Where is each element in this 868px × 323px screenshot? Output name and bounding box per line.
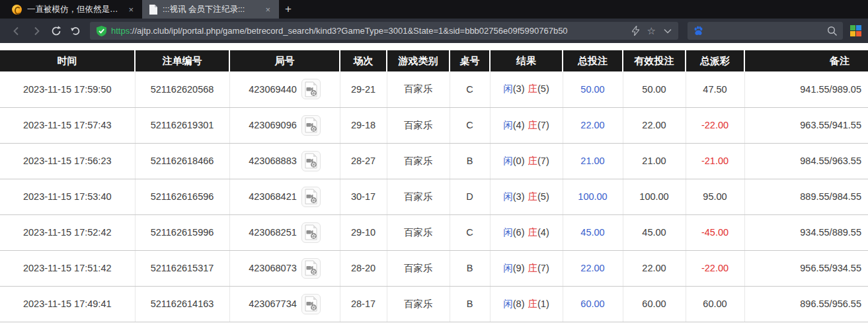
cell-table-no: D bbox=[450, 179, 490, 214]
cell-result: 闲(3)庄(5) bbox=[490, 71, 563, 107]
bet-record-table: 时间 注单编号 局号 场次 游戏类别 桌号 结果 总投注 有效投注 总派彩 备注… bbox=[0, 50, 868, 322]
col-header-remark: 备注 bbox=[744, 50, 868, 71]
player-score: (3) bbox=[513, 191, 525, 202]
table-body: 2023-11-15 17:59:50 521162620568 4230694… bbox=[0, 71, 868, 322]
banker-label: 庄 bbox=[528, 120, 538, 130]
video-replay-button[interactable] bbox=[301, 79, 321, 99]
cell-time: 2023-11-15 17:56:23 bbox=[0, 143, 135, 179]
search-input[interactable] bbox=[708, 25, 827, 36]
cell-session: 29-10 bbox=[340, 214, 387, 250]
table-row: 2023-11-15 17:59:50 521162620568 4230694… bbox=[0, 71, 868, 107]
round-number: 423068883 bbox=[249, 156, 297, 166]
bookmark-star-icon[interactable]: ☆ bbox=[647, 26, 656, 36]
undo-restore-button[interactable] bbox=[66, 22, 86, 40]
cell-round: 423067734 bbox=[229, 286, 340, 322]
cell-valid-bet: 22.00 bbox=[623, 250, 686, 286]
player-label: 闲 bbox=[503, 191, 513, 202]
cell-game-type: 百家乐 bbox=[387, 179, 450, 214]
search-icon[interactable] bbox=[827, 26, 838, 36]
banker-score: (1) bbox=[537, 299, 549, 309]
video-file-icon bbox=[304, 153, 318, 169]
cell-session: 29-21 bbox=[340, 71, 387, 107]
cell-session: 28-20 bbox=[340, 250, 387, 286]
browser-toolbar: https://ajtp.club/ipl/portal.php/game/be… bbox=[0, 19, 868, 43]
banker-score: (7) bbox=[537, 120, 549, 130]
round-number: 423069440 bbox=[249, 84, 297, 95]
video-file-icon bbox=[304, 117, 318, 133]
cell-session: 29-18 bbox=[340, 107, 387, 143]
video-file-icon bbox=[304, 224, 318, 240]
cell-remark: 934.55/889.55 bbox=[744, 214, 868, 250]
banker-label: 庄 bbox=[528, 83, 538, 94]
bet-record-page: 时间 注单编号 局号 场次 游戏类别 桌号 结果 总投注 有效投注 总派彩 备注… bbox=[0, 50, 868, 322]
player-label: 闲 bbox=[503, 120, 513, 130]
cell-payout: -22.00 bbox=[686, 250, 744, 286]
cell-remark: 889.55/984.55 bbox=[744, 179, 868, 214]
address-bar[interactable]: https://ajtp.club/ipl/portal.php/game/be… bbox=[90, 22, 678, 40]
cell-time: 2023-11-15 17:57:43 bbox=[0, 107, 135, 143]
forward-button[interactable] bbox=[26, 22, 46, 40]
video-replay-button[interactable] bbox=[301, 222, 321, 243]
cell-remark: 984.55/963.55 bbox=[744, 143, 868, 179]
url-text: https://ajtp.club/ipl/portal.php/game/be… bbox=[111, 26, 568, 36]
cell-valid-bet: 21.00 bbox=[623, 143, 686, 179]
cell-time: 2023-11-15 17:52:42 bbox=[0, 214, 135, 250]
flash-icon[interactable] bbox=[632, 26, 639, 36]
tab-active-bet-records[interactable]: :::视讯 会员下注纪录::: × bbox=[142, 0, 279, 19]
player-score: (9) bbox=[513, 263, 525, 273]
banker-label: 庄 bbox=[528, 227, 538, 238]
table-header-row: 时间 注单编号 局号 场次 游戏类别 桌号 结果 总投注 有效投注 总派彩 备注 bbox=[0, 50, 868, 71]
cell-valid-bet: 45.00 bbox=[623, 214, 686, 250]
cell-bet-id: 521162614163 bbox=[135, 286, 229, 322]
cell-valid-bet: 50.00 bbox=[623, 71, 686, 107]
cell-valid-bet: 22.00 bbox=[623, 107, 686, 143]
browser-search-box[interactable] bbox=[688, 22, 843, 40]
banker-score: (5) bbox=[537, 191, 549, 202]
refresh-button[interactable] bbox=[46, 22, 66, 40]
cell-session: 28-27 bbox=[340, 143, 387, 179]
video-replay-button[interactable] bbox=[301, 115, 321, 136]
player-score: (8) bbox=[513, 299, 525, 309]
player-score: (3) bbox=[513, 83, 525, 94]
video-replay-button[interactable] bbox=[301, 294, 321, 314]
cell-table-no: B bbox=[450, 250, 490, 286]
col-header-game-type: 游戏类别 bbox=[387, 50, 450, 71]
new-tab-button[interactable]: + bbox=[279, 0, 297, 19]
video-replay-button[interactable] bbox=[301, 258, 321, 279]
col-header-total-bet: 总投注 bbox=[563, 50, 623, 71]
banker-score: (7) bbox=[537, 263, 549, 273]
back-button[interactable] bbox=[7, 22, 26, 40]
video-replay-button[interactable] bbox=[301, 187, 321, 207]
cell-result: 闲(8)庄(1) bbox=[490, 286, 563, 322]
cell-total-bet: 22.00 bbox=[563, 107, 623, 143]
banker-label: 庄 bbox=[528, 191, 538, 202]
col-header-bet-id: 注单编号 bbox=[135, 50, 229, 71]
cell-session: 28-17 bbox=[340, 286, 387, 322]
col-header-valid-bet: 有效投注 bbox=[623, 50, 686, 71]
cell-total-bet: 22.00 bbox=[563, 250, 623, 286]
cell-total-bet: 21.00 bbox=[563, 143, 623, 179]
tab-inactive[interactable]: 一直被模仿，但依然是經典 × bbox=[5, 0, 142, 19]
cell-round: 423068251 bbox=[229, 214, 340, 250]
close-icon[interactable]: × bbox=[126, 5, 136, 15]
round-number: 423068073 bbox=[249, 263, 297, 273]
cell-table-no: C bbox=[450, 214, 490, 250]
site-favicon-icon bbox=[12, 5, 22, 15]
banker-score: (5) bbox=[537, 83, 549, 94]
col-header-result: 结果 bbox=[490, 50, 563, 71]
cell-total-bet: 45.00 bbox=[563, 214, 623, 250]
table-row: 2023-11-15 17:56:23 521162618466 4230688… bbox=[0, 143, 868, 179]
app-grid-icon[interactable] bbox=[850, 25, 861, 36]
round-number: 423068421 bbox=[249, 191, 297, 202]
close-icon[interactable]: × bbox=[263, 5, 272, 15]
cell-game-type: 百家乐 bbox=[387, 107, 450, 143]
video-replay-button[interactable] bbox=[301, 151, 321, 171]
cell-payout: -21.00 bbox=[686, 143, 744, 179]
chevron-down-icon[interactable] bbox=[664, 28, 672, 34]
cell-bet-id: 521162620568 bbox=[135, 71, 229, 107]
cell-bet-id: 521162619301 bbox=[135, 107, 229, 143]
cell-result: 闲(6)庄(4) bbox=[490, 214, 563, 250]
table-row: 2023-11-15 17:52:42 521162615996 4230682… bbox=[0, 214, 868, 250]
url-path: ://ajtp.club/ipl/portal.php/game/betreco… bbox=[130, 26, 567, 36]
player-label: 闲 bbox=[503, 156, 513, 166]
